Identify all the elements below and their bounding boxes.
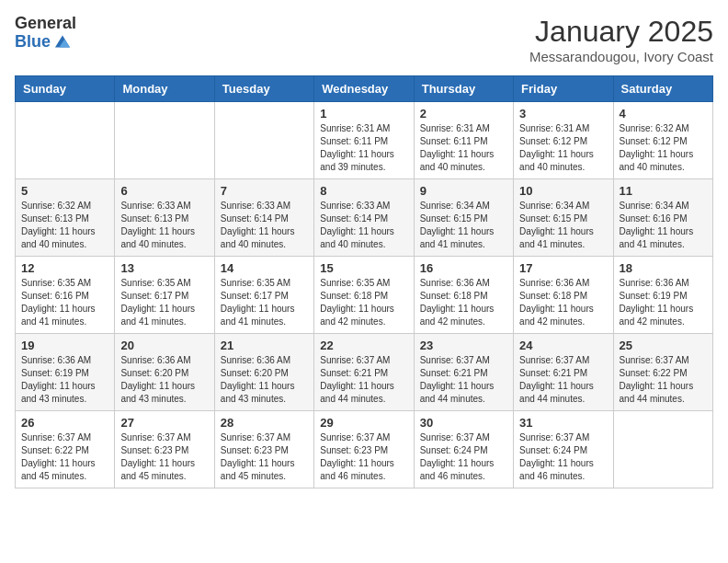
calendar-cell: 10Sunrise: 6:34 AM Sunset: 6:15 PM Dayli…: [514, 179, 613, 257]
calendar-cell: [115, 102, 214, 179]
day-info: Sunrise: 6:37 AM Sunset: 6:23 PM Dayligh…: [221, 431, 308, 483]
calendar-cell: 28Sunrise: 6:37 AM Sunset: 6:23 PM Dayli…: [214, 411, 313, 488]
day-number: 31: [519, 416, 607, 430]
day-number: 11: [620, 184, 707, 198]
calendar-cell: 3Sunrise: 6:31 AM Sunset: 6:12 PM Daylig…: [514, 102, 613, 179]
day-number: 28: [221, 416, 308, 430]
weekday-header-monday: Monday: [115, 76, 214, 102]
calendar-cell: [214, 102, 313, 179]
calendar-cell: 11Sunrise: 6:34 AM Sunset: 6:16 PM Dayli…: [613, 179, 712, 257]
day-info: Sunrise: 6:37 AM Sunset: 6:21 PM Dayligh…: [519, 354, 607, 406]
weekday-header-thursday: Thursday: [414, 76, 513, 102]
calendar-cell: [16, 102, 115, 179]
day-info: Sunrise: 6:31 AM Sunset: 6:11 PM Dayligh…: [420, 122, 507, 174]
day-info: Sunrise: 6:33 AM Sunset: 6:13 PM Dayligh…: [120, 200, 208, 251]
calendar-cell: 25Sunrise: 6:37 AM Sunset: 6:22 PM Dayli…: [613, 334, 712, 411]
calendar-cell: 26Sunrise: 6:37 AM Sunset: 6:22 PM Dayli…: [16, 411, 115, 488]
day-info: Sunrise: 6:31 AM Sunset: 6:12 PM Dayligh…: [519, 122, 607, 174]
day-number: 9: [420, 184, 507, 198]
day-info: Sunrise: 6:31 AM Sunset: 6:11 PM Dayligh…: [320, 122, 407, 174]
day-number: 20: [120, 339, 208, 352]
day-info: Sunrise: 6:34 AM Sunset: 6:16 PM Dayligh…: [620, 200, 707, 251]
title-area: January 2025 Messarandougou, Ivory Coast: [529, 15, 713, 64]
calendar-cell: 15Sunrise: 6:35 AM Sunset: 6:18 PM Dayli…: [314, 257, 414, 334]
calendar-cell: 7Sunrise: 6:33 AM Sunset: 6:14 PM Daylig…: [214, 179, 313, 257]
calendar-cell: 20Sunrise: 6:36 AM Sunset: 6:20 PM Dayli…: [115, 334, 214, 411]
day-number: 24: [519, 339, 607, 352]
day-number: 6: [120, 184, 208, 198]
calendar-week-5: 26Sunrise: 6:37 AM Sunset: 6:22 PM Dayli…: [16, 411, 713, 488]
weekday-header-row: SundayMondayTuesdayWednesdayThursdayFrid…: [16, 76, 713, 102]
day-number: 25: [620, 339, 707, 352]
weekday-header-tuesday: Tuesday: [214, 76, 313, 102]
page-header: General Blue January 2025 Messarandougou…: [15, 15, 713, 64]
day-number: 12: [21, 261, 108, 275]
calendar-cell: [613, 411, 712, 488]
day-number: 27: [120, 416, 208, 430]
logo-icon: [52, 31, 73, 52]
calendar-cell: 6Sunrise: 6:33 AM Sunset: 6:13 PM Daylig…: [115, 179, 214, 257]
month-title: January 2025: [529, 15, 713, 49]
day-info: Sunrise: 6:37 AM Sunset: 6:21 PM Dayligh…: [320, 354, 407, 406]
day-info: Sunrise: 6:32 AM Sunset: 6:12 PM Dayligh…: [620, 122, 707, 174]
day-number: 2: [420, 107, 507, 121]
day-info: Sunrise: 6:35 AM Sunset: 6:17 PM Dayligh…: [221, 277, 308, 328]
calendar-cell: 12Sunrise: 6:35 AM Sunset: 6:16 PM Dayli…: [16, 257, 115, 334]
day-info: Sunrise: 6:36 AM Sunset: 6:20 PM Dayligh…: [221, 354, 308, 406]
day-number: 7: [221, 184, 308, 198]
weekday-header-wednesday: Wednesday: [314, 76, 414, 102]
logo-general: General: [15, 15, 76, 31]
day-info: Sunrise: 6:36 AM Sunset: 6:18 PM Dayligh…: [420, 277, 507, 328]
day-info: Sunrise: 6:36 AM Sunset: 6:19 PM Dayligh…: [21, 354, 108, 406]
day-info: Sunrise: 6:34 AM Sunset: 6:15 PM Dayligh…: [519, 200, 607, 251]
calendar-cell: 14Sunrise: 6:35 AM Sunset: 6:17 PM Dayli…: [214, 257, 313, 334]
calendar-cell: 29Sunrise: 6:37 AM Sunset: 6:23 PM Dayli…: [314, 411, 414, 488]
day-info: Sunrise: 6:37 AM Sunset: 6:24 PM Dayligh…: [519, 431, 607, 483]
day-info: Sunrise: 6:37 AM Sunset: 6:23 PM Dayligh…: [120, 431, 208, 483]
day-number: 10: [519, 184, 607, 198]
day-info: Sunrise: 6:37 AM Sunset: 6:22 PM Dayligh…: [21, 431, 108, 483]
calendar-cell: 24Sunrise: 6:37 AM Sunset: 6:21 PM Dayli…: [514, 334, 613, 411]
day-info: Sunrise: 6:34 AM Sunset: 6:15 PM Dayligh…: [420, 200, 507, 251]
day-number: 18: [620, 261, 707, 275]
day-info: Sunrise: 6:37 AM Sunset: 6:21 PM Dayligh…: [420, 354, 507, 406]
day-info: Sunrise: 6:35 AM Sunset: 6:18 PM Dayligh…: [320, 277, 407, 328]
calendar-cell: 17Sunrise: 6:36 AM Sunset: 6:18 PM Dayli…: [514, 257, 613, 334]
day-number: 4: [620, 107, 707, 121]
logo-blue: Blue: [15, 33, 51, 50]
day-info: Sunrise: 6:37 AM Sunset: 6:22 PM Dayligh…: [620, 354, 707, 406]
location-title: Messarandougou, Ivory Coast: [529, 49, 713, 64]
calendar-week-4: 19Sunrise: 6:36 AM Sunset: 6:19 PM Dayli…: [16, 334, 713, 411]
day-number: 14: [221, 261, 308, 275]
weekday-header-sunday: Sunday: [16, 76, 115, 102]
day-info: Sunrise: 6:37 AM Sunset: 6:23 PM Dayligh…: [320, 431, 407, 483]
calendar-cell: 23Sunrise: 6:37 AM Sunset: 6:21 PM Dayli…: [414, 334, 513, 411]
calendar-table: SundayMondayTuesdayWednesdayThursdayFrid…: [15, 75, 713, 488]
logo: General Blue: [15, 15, 76, 52]
day-info: Sunrise: 6:36 AM Sunset: 6:20 PM Dayligh…: [120, 354, 208, 406]
day-info: Sunrise: 6:36 AM Sunset: 6:19 PM Dayligh…: [620, 277, 707, 328]
day-info: Sunrise: 6:33 AM Sunset: 6:14 PM Dayligh…: [221, 200, 308, 251]
day-number: 16: [420, 261, 507, 275]
calendar-cell: 8Sunrise: 6:33 AM Sunset: 6:14 PM Daylig…: [314, 179, 414, 257]
calendar-week-3: 12Sunrise: 6:35 AM Sunset: 6:16 PM Dayli…: [16, 257, 713, 334]
calendar-cell: 1Sunrise: 6:31 AM Sunset: 6:11 PM Daylig…: [314, 102, 414, 179]
day-number: 19: [21, 339, 108, 352]
day-number: 5: [21, 184, 108, 198]
calendar-cell: 19Sunrise: 6:36 AM Sunset: 6:19 PM Dayli…: [16, 334, 115, 411]
day-number: 13: [120, 261, 208, 275]
calendar-cell: 4Sunrise: 6:32 AM Sunset: 6:12 PM Daylig…: [613, 102, 712, 179]
calendar-cell: 30Sunrise: 6:37 AM Sunset: 6:24 PM Dayli…: [414, 411, 513, 488]
day-number: 3: [519, 107, 607, 121]
calendar-cell: 27Sunrise: 6:37 AM Sunset: 6:23 PM Dayli…: [115, 411, 214, 488]
day-number: 1: [320, 107, 407, 121]
calendar-cell: 2Sunrise: 6:31 AM Sunset: 6:11 PM Daylig…: [414, 102, 513, 179]
day-number: 23: [420, 339, 507, 352]
calendar-week-2: 5Sunrise: 6:32 AM Sunset: 6:13 PM Daylig…: [16, 179, 713, 257]
day-number: 29: [320, 416, 407, 430]
day-info: Sunrise: 6:37 AM Sunset: 6:24 PM Dayligh…: [420, 431, 507, 483]
calendar-cell: 31Sunrise: 6:37 AM Sunset: 6:24 PM Dayli…: [514, 411, 613, 488]
day-info: Sunrise: 6:32 AM Sunset: 6:13 PM Dayligh…: [21, 200, 108, 251]
weekday-header-friday: Friday: [514, 76, 613, 102]
day-number: 26: [21, 416, 108, 430]
